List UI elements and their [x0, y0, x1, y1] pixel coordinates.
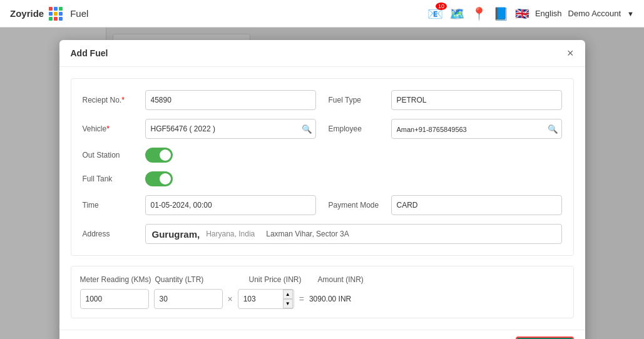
col-unit-header: Unit Price (INR): [230, 275, 305, 284]
form-section-main: Reciept No.* Fuel Type Vehicle*: [71, 78, 574, 256]
info-icon[interactable]: 📘: [493, 6, 509, 21]
col-meter-header: Meter Reading (KMs): [80, 275, 155, 284]
spinner-buttons: ▲ ▼: [283, 290, 293, 308]
out-station-toggle-group: ✓: [145, 148, 173, 163]
col-qty-header: Quantity (LTR): [155, 275, 230, 284]
qty-cell: [154, 289, 223, 309]
form-row-vehicle: Vehicle* 🔍 Employee 🔍: [83, 119, 562, 139]
form-row-receipt: Reciept No.* Fuel Type: [83, 90, 562, 110]
full-tank-group: Full Tank ✓: [83, 171, 316, 186]
account-chevron-icon[interactable]: ▼: [627, 10, 634, 18]
address-city: Gurugram,: [152, 229, 200, 240]
time-input[interactable]: [145, 195, 316, 215]
payment-mode-group: Payment Mode: [329, 195, 562, 215]
table-header: Meter Reading (KMs) Quantity (LTR) Unit …: [80, 275, 565, 284]
address-detail: Haryana, India: [206, 230, 255, 238]
vehicle-group: Vehicle* 🔍: [83, 119, 316, 139]
notification-badge: 10: [436, 3, 447, 10]
vehicle-input-container: 🔍: [145, 119, 316, 139]
full-tank-toggle-group: ✓: [145, 171, 173, 186]
notification-icon[interactable]: 📧 10: [427, 6, 443, 21]
receipt-label: Reciept No.*: [83, 96, 145, 104]
location-icon[interactable]: 📍: [471, 6, 487, 21]
navbar: Zoyride Fuel 📧 10 🗺️ 📍 📘 🇬🇧 English Demo…: [0, 0, 644, 28]
table-data-row: × ▲ ▼ = 3090.00 INR: [80, 289, 565, 309]
employee-input-container: 🔍: [391, 119, 562, 139]
fuel-type-input[interactable]: [391, 90, 562, 110]
language-label[interactable]: English: [535, 9, 562, 18]
modal-footer: 💾 Save: [59, 330, 585, 339]
form-row-time: Time Payment Mode: [83, 195, 562, 215]
time-label: Time: [83, 201, 145, 210]
modal-title: Add Fuel: [71, 48, 108, 58]
add-fuel-modal: Add Fuel × Reciept No.* Fuel Type: [59, 40, 585, 339]
address-label: Address: [83, 230, 145, 238]
form-row-outstation: Out Station ✓: [83, 148, 562, 163]
modal-body: Reciept No.* Fuel Type Vehicle*: [59, 67, 585, 330]
payment-mode-input[interactable]: [391, 195, 562, 215]
required-star: *: [121, 96, 125, 104]
employee-input[interactable]: [391, 119, 562, 139]
form-row-address: Address Gurugram, Haryana, India Laxman …: [83, 224, 562, 244]
fuel-type-label: Fuel Type: [329, 96, 391, 104]
payment-mode-label: Payment Mode: [329, 201, 391, 210]
employee-group: Employee 🔍: [329, 119, 562, 139]
vehicle-label: Vehicle*: [83, 124, 145, 133]
meter-reading-input[interactable]: [80, 289, 149, 309]
col-amount-header: Amount (INR): [305, 275, 381, 284]
employee-label: Employee: [329, 124, 391, 133]
modal-header: Add Fuel ×: [59, 40, 585, 67]
address-input-container[interactable]: Gurugram, Haryana, India Laxman Vihar, S…: [145, 224, 562, 244]
receipt-group: Reciept No.*: [83, 90, 316, 110]
vehicle-input[interactable]: [145, 119, 316, 139]
full-tank-label: Full Tank: [83, 175, 145, 183]
form-row-fulltank: Full Tank ✓: [83, 171, 562, 186]
close-button[interactable]: ×: [567, 48, 574, 59]
vehicle-search-button[interactable]: 🔍: [299, 119, 316, 139]
flag-icon: 🇬🇧: [515, 7, 529, 21]
table-section: Meter Reading (KMs) Quantity (LTR) Unit …: [71, 266, 574, 318]
address-group: Address Gurugram, Haryana, India Laxman …: [83, 224, 562, 244]
unit-cell: ▲ ▼: [238, 289, 294, 309]
modal-overlay: Add Fuel × Reciept No.* Fuel Type: [0, 28, 644, 339]
out-station-toggle[interactable]: ✓: [145, 148, 173, 163]
amount-value: 3090.00 INR: [309, 295, 359, 303]
quantity-input[interactable]: [154, 289, 223, 309]
multiply-operator: ×: [228, 294, 233, 304]
navbar-right: 📧 10 🗺️ 📍 📘 🇬🇧 English Demo Account ▼: [427, 6, 634, 21]
employee-search-button[interactable]: 🔍: [544, 119, 562, 139]
spinner-down-button[interactable]: ▼: [283, 299, 293, 308]
spinner-up-button[interactable]: ▲: [283, 290, 293, 299]
meter-cell: [80, 289, 149, 309]
out-station-group: Out Station ✓: [83, 148, 316, 163]
save-button[interactable]: 💾 Save: [516, 336, 574, 339]
equals-operator: =: [299, 294, 304, 304]
receipt-input[interactable]: [145, 90, 316, 110]
time-group: Time: [83, 195, 316, 215]
out-station-label: Out Station: [83, 151, 145, 159]
brand-name: Zoyride: [10, 8, 44, 19]
account-label[interactable]: Demo Account: [568, 9, 621, 18]
fuel-type-group: Fuel Type: [329, 90, 562, 110]
grid-icon[interactable]: [49, 7, 63, 21]
full-tank-toggle[interactable]: ✓: [145, 171, 173, 186]
map-icon[interactable]: 🗺️: [449, 6, 465, 21]
page-title: Fuel: [70, 8, 88, 19]
address-right: Laxman Vihar, Sector 3A: [258, 230, 555, 238]
